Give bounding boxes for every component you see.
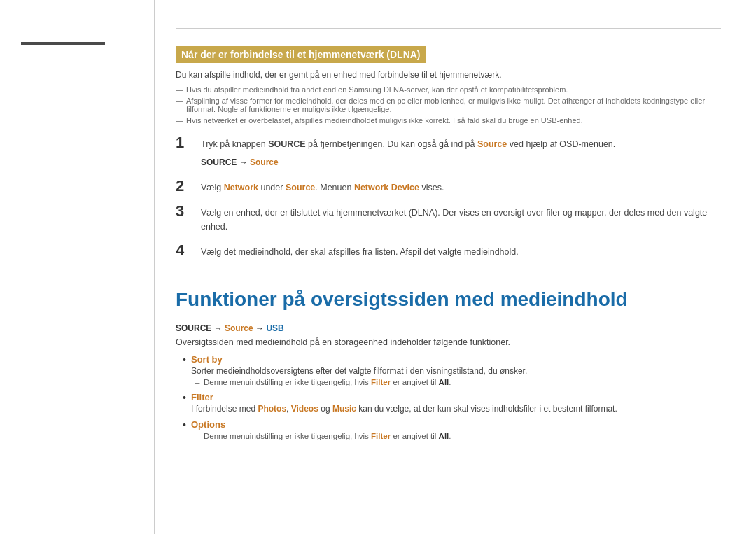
subnote2-all: All [439, 432, 449, 440]
step-2-number: 2 [176, 178, 195, 195]
section2-heading: Funktioner på oversigtssiden med mediein… [176, 288, 721, 311]
feature-sortby-name: Sort by [191, 354, 223, 365]
top-line [176, 28, 721, 29]
feature-filter-name: Filter [191, 392, 214, 402]
feature-sortby-subnote: Denne menuindstilling er ikke tilgængeli… [191, 378, 721, 386]
step1-bold1: SOURCE [268, 139, 305, 149]
main-content: Når der er forbindelse til et hjemmenetv… [154, 0, 756, 534]
feature-filter: Filter I forbindelse med Photos, Videos … [183, 392, 721, 414]
filter-desc-after: kan du vælge, at der kun skal vises indh… [356, 404, 617, 414]
steps: 1 Tryk på knappen SOURCE på fjernbetjeni… [176, 134, 721, 260]
step-4: 4 Vælg det medieindhold, der skal afspil… [176, 242, 721, 259]
note3: Hvis netværket er overbelastet, afspille… [176, 116, 721, 125]
feature-sortby-desc: Sorter medieindholdsoversigtens efter de… [191, 366, 721, 376]
filter-og: og [318, 404, 332, 414]
sidebar [0, 0, 154, 534]
step-4-content: Vælg det medieindhold, der skal afspille… [201, 242, 519, 259]
step-1: 1 Tryk på knappen SOURCE på fjernbetjeni… [176, 134, 721, 169]
subnote1-text-middle: er angivet til [391, 378, 438, 386]
filter-videos: Videos [291, 404, 318, 414]
step-4-number: 4 [176, 242, 195, 259]
subnote1-text-end: . [449, 378, 451, 386]
step-3: 3 Vælg en enhed, der er tilsluttet via h… [176, 203, 721, 234]
step-1-number: 1 [176, 134, 195, 151]
step2-text-before: Vælg [201, 183, 224, 192]
section1: Når der er forbindelse til et hjemmenetv… [176, 46, 721, 260]
step2-text-after: . Menuen [315, 183, 354, 192]
filter-photos: Photos [258, 404, 286, 414]
feature-sortby: Sort by Sorter medieindholdsoversigtens … [183, 354, 721, 386]
section2-overview: Oversigtssiden med medieindhold på en st… [176, 337, 721, 347]
note2: Afspilning af visse former for medieindh… [176, 97, 721, 113]
section2-source-line: SOURCE → Source → USB [176, 323, 721, 333]
s2-source-label1: SOURCE [176, 323, 211, 333]
subnote2-text-end: . [449, 432, 451, 440]
subnote2-text-before: Denne menuindstilling er ikke tilgængeli… [204, 432, 371, 440]
step1-text-before: Tryk på knappen [201, 139, 268, 149]
section1-intro: Du kan afspille indhold, der er gemt på … [176, 70, 721, 80]
step2-text-middle: under [258, 183, 286, 192]
step2-text-end: vises. [419, 183, 444, 192]
subnote1-text-before: Denne menuindstilling er ikke tilgængeli… [204, 378, 371, 386]
step-3-content: Vælg en enhed, der er tilsluttet via hje… [201, 203, 721, 234]
subnote1-filter: Filter [371, 378, 391, 386]
subnote2-filter: Filter [371, 432, 391, 440]
feature-list: Sort by Sorter medieindholdsoversigtens … [176, 354, 721, 440]
s2-source-orange: Source [225, 323, 253, 333]
s2-arrow1: → [211, 323, 225, 333]
step-2: 2 Vælg Network under Source. Menuen Netw… [176, 178, 721, 195]
subnote2-text-middle: er angivet til [391, 432, 438, 440]
step-3-number: 3 [176, 203, 195, 220]
step2-source: Source [286, 183, 315, 192]
step1-text-middle: på fjernbetjeningen. Du kan også gå ind … [306, 139, 477, 149]
page: Når der er forbindelse til et hjemmenetv… [0, 0, 756, 534]
step-1-content: Tryk på knappen SOURCE på fjernbetjening… [201, 134, 615, 169]
filter-desc-before: I forbindelse med [191, 404, 258, 414]
filter-comma1: , [286, 404, 291, 414]
filter-music: Music [332, 404, 356, 414]
feature-options-subnote: Denne menuindstilling er ikke tilgængeli… [191, 432, 721, 440]
step1-source-link: Source [477, 139, 507, 149]
feature-options: Options Denne menuindstilling er ikke ti… [183, 419, 721, 440]
step2-network-device: Network Device [354, 183, 419, 192]
section2: Funktioner på oversigtssiden med mediein… [176, 288, 721, 441]
step-2-content: Vælg Network under Source. Menuen Networ… [201, 178, 444, 195]
subnote1-all: All [439, 378, 449, 386]
step2-network: Network [224, 183, 258, 192]
source-label1: SOURCE [201, 157, 237, 167]
s2-usb: USB [266, 323, 284, 333]
note1: Hvis du afspiller medieindhold fra andet… [176, 85, 721, 94]
feature-options-name: Options [191, 419, 225, 430]
step1-text-after: ved hjælp af OSD-menuen. [507, 139, 615, 149]
sidebar-bar [21, 42, 105, 45]
s2-arrow2: → [253, 323, 267, 333]
section1-heading: Når der er forbindelse til et hjemmenetv… [176, 46, 426, 63]
arrow1: → [237, 157, 250, 167]
step1-source-line: SOURCE → Source [201, 157, 279, 167]
feature-filter-desc: I forbindelse med Photos, Videos og Musi… [191, 404, 721, 414]
source-orange1: Source [250, 157, 279, 167]
